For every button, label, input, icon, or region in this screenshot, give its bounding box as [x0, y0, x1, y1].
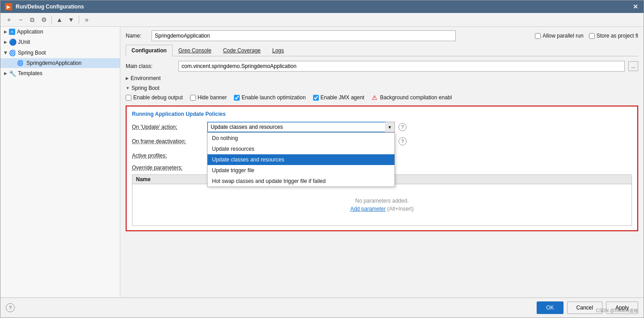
sidebar-item-junit[interactable]: ▶ 🔵 JUnit — [0, 37, 120, 47]
dropdown-item-update-classes[interactable]: Update classes and resources — [208, 154, 394, 165]
dialog-icon: ▶ — [5, 3, 12, 10]
add-param-shortcut: (Alt+Insert) — [387, 206, 414, 212]
tab-code-coverage[interactable]: Code Coverage — [217, 45, 267, 56]
dropdown-item-do-nothing[interactable]: Do nothing — [208, 133, 394, 144]
close-button[interactable]: ✕ — [632, 3, 639, 10]
on-update-dropdown-arrow[interactable]: ▼ — [385, 122, 395, 132]
dialog-title: Run/Debug Configurations — [16, 4, 84, 10]
title-bar-left: ▶ Run/Debug Configurations — [5, 3, 84, 10]
springdemo-label: SpringdemoApplication — [26, 60, 81, 66]
dropdown-menu: Do nothing Update resources Update class… — [207, 132, 395, 187]
params-name-col: Name — [136, 176, 151, 182]
bg-compile-option[interactable]: ⚠ Background compilation enabl — [372, 94, 452, 101]
on-frame-label: On frame deactivation: — [132, 138, 203, 144]
override-params-label: Override parameters: — [132, 165, 203, 171]
store-as-project-checkbox[interactable] — [589, 33, 595, 39]
dropdown-item-update-resources[interactable]: Update resources — [208, 144, 394, 154]
launch-opt-label: Enable launch optimization — [242, 94, 305, 101]
allow-parallel-run-checkbox[interactable] — [535, 33, 541, 39]
springboot-section: ▼ Spring Boot Enable debug output Hide b… — [126, 85, 638, 101]
store-as-project-label: Store as project fi — [597, 33, 638, 39]
debug-output-checkbox[interactable] — [126, 95, 131, 101]
launch-opt-option[interactable]: Enable launch optimization — [234, 94, 305, 101]
springboot-section-label: Spring Boot — [131, 85, 160, 91]
hide-banner-checkbox[interactable] — [190, 95, 196, 101]
add-param-link[interactable]: Add parameter — [350, 206, 386, 212]
sidebar-item-application[interactable]: ▶ A Application — [0, 27, 120, 37]
on-update-select[interactable] — [207, 122, 395, 132]
hide-banner-option[interactable]: Hide banner — [190, 94, 227, 101]
add-config-button[interactable]: + — [4, 15, 14, 25]
on-update-help-icon[interactable]: ? — [398, 123, 407, 131]
main-class-row: Main class: ... — [126, 61, 638, 72]
tab-grep-console[interactable]: Grep Console — [173, 45, 217, 56]
junit-icon: 🔵 — [9, 38, 16, 46]
add-param-row: Add parameter (Alt+Insert) — [146, 206, 618, 212]
config-content: Main class: ... ▶ Environment ▼ Spring B… — [126, 61, 638, 294]
sidebar-item-springdemo[interactable]: 🌀 SpringdemoApplication — [0, 58, 120, 68]
application-icon: A — [9, 29, 15, 35]
toolbar: + − ⧉ ⚙ ▲ ▼ » — [0, 13, 644, 27]
dropdown-item-hot-swap[interactable]: Hot swap classes and update trigger file… — [208, 176, 394, 187]
application-label: Application — [17, 29, 43, 35]
move-down-button[interactable]: ▼ — [66, 15, 76, 25]
bottom-bar: ? OK Cancel Apply — [0, 297, 644, 318]
on-update-label: On 'Update' action: — [132, 124, 203, 130]
allow-parallel-run-option[interactable]: Allow parallel run — [535, 33, 583, 39]
on-frame-help-icon[interactable]: ? — [398, 137, 407, 145]
jmx-agent-checkbox[interactable] — [313, 95, 319, 101]
toolbar-separator — [51, 16, 52, 24]
no-params-message: No parameters added. — [146, 198, 618, 204]
bg-compile-error-icon: ⚠ — [372, 94, 377, 101]
jmx-agent-option[interactable]: Enable JMX agent — [313, 94, 364, 101]
sidebar-item-springboot[interactable]: ▶ 🌀 Spring Boot — [0, 47, 120, 58]
on-update-row: On 'Update' action: ▼ Do nothing Update … — [132, 122, 632, 132]
debug-output-option[interactable]: Enable debug output — [126, 94, 183, 101]
name-label: Name: — [126, 33, 148, 39]
springboot-label: Spring Boot — [18, 50, 46, 56]
move-up-button[interactable]: ▲ — [55, 15, 64, 25]
debug-output-label: Enable debug output — [133, 94, 183, 101]
title-bar: ▶ Run/Debug Configurations ✕ — [0, 0, 644, 13]
main-class-input[interactable] — [178, 61, 625, 72]
name-input[interactable] — [152, 30, 456, 41]
dropdown-item-update-trigger[interactable]: Update trigger file — [208, 165, 394, 176]
sidebar-item-templates[interactable]: ▶ 🔧 Templates — [0, 68, 120, 79]
springboot-options: Enable debug output Hide banner Enable l… — [126, 94, 638, 101]
environment-section[interactable]: ▶ Environment — [126, 75, 638, 81]
launch-opt-checkbox[interactable] — [234, 95, 240, 101]
store-as-project-option[interactable]: Store as project fi — [589, 33, 638, 39]
templates-label: Templates — [18, 70, 42, 76]
junit-label: JUnit — [18, 39, 30, 45]
tab-configuration[interactable]: Configuration — [126, 45, 173, 56]
params-table-body: No parameters added. Add parameter (Alt+… — [132, 184, 631, 225]
templates-icon: 🔧 — [9, 70, 16, 77]
environment-label: Environment — [131, 75, 161, 81]
expand-arrow-sb: ▶ — [4, 51, 8, 55]
remove-config-button[interactable]: − — [16, 15, 25, 25]
browse-main-class-button[interactable]: ... — [628, 61, 638, 71]
watermark: CSDN @Vincent道格 — [596, 308, 638, 314]
sidebar: ▶ A Application ▶ 🔵 JUnit ▶ 🌀 Spring Boo… — [0, 27, 120, 297]
on-update-dropdown-wrapper: ▼ Do nothing Update resources Update cla… — [207, 122, 395, 132]
springboot-section-header[interactable]: ▼ Spring Boot — [126, 85, 638, 91]
header-options: Allow parallel run Store as project fi — [535, 33, 638, 39]
ok-button[interactable]: OK — [537, 301, 563, 314]
toolbar-separator-2 — [79, 16, 79, 24]
expand-arrow-templates: ▶ — [4, 71, 7, 76]
settings-button[interactable]: ⚙ — [39, 15, 49, 25]
main-class-label: Main class: — [126, 63, 175, 69]
active-profiles-label: Active profiles: — [132, 153, 203, 159]
run-config-icon: 🌀 — [17, 59, 24, 67]
springboot-arrow: ▼ — [126, 86, 130, 90]
tab-logs[interactable]: Logs — [267, 45, 290, 56]
environment-arrow: ▶ — [126, 76, 129, 81]
tabs: Configuration Grep Console Code Coverage… — [126, 45, 638, 56]
bottom-left: ? — [6, 303, 15, 312]
copy-config-button[interactable]: ⧉ — [27, 15, 37, 25]
jmx-agent-label: Enable JMX agent — [321, 94, 364, 101]
run-debug-dialog: ▶ Run/Debug Configurations ✕ + − ⧉ ⚙ ▲ ▼… — [0, 0, 644, 318]
help-button[interactable]: ? — [6, 303, 15, 312]
expand-arrow-app: ▶ — [4, 30, 7, 34]
more-button[interactable]: » — [82, 15, 92, 25]
